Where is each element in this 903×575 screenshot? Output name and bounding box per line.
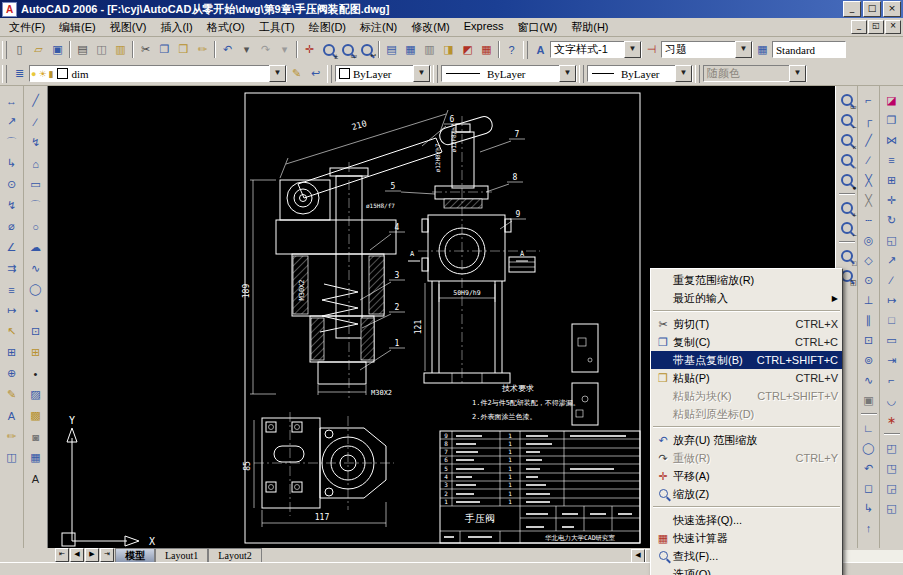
minimize-icon[interactable]: _: [843, 1, 861, 17]
table-icon[interactable]: ▦: [26, 447, 46, 468]
tab-last-button[interactable]: ⇥: [100, 548, 114, 562]
scale-icon[interactable]: ◱: [882, 230, 902, 250]
copy-object-icon[interactable]: ❐: [882, 110, 902, 130]
copy-icon[interactable]: ❐: [155, 40, 174, 59]
ucs-previous-icon[interactable]: ↶: [859, 458, 879, 478]
quickcalc-icon[interactable]: ▦: [477, 40, 496, 59]
menu-view[interactable]: 视图(V): [103, 18, 154, 37]
color-combo[interactable]: ByLayer ▼: [335, 65, 431, 82]
text-style-combo[interactable]: 文字样式-1 ▼: [550, 41, 642, 58]
zoom-out-icon[interactable]: −: [837, 218, 857, 238]
snap-tangent-icon[interactable]: ⊙: [859, 270, 879, 290]
quick-dimension-icon[interactable]: ⇉: [2, 258, 22, 279]
extend-icon[interactable]: ↦: [882, 290, 902, 310]
make-object-layer-current-icon[interactable]: ✎: [287, 64, 306, 83]
temporary-track-point-icon[interactable]: ⌐: [859, 90, 879, 110]
layer-combo[interactable]: ● ☀ ▮ dim ▼: [29, 65, 287, 82]
ucs-face-icon[interactable]: ◻: [859, 478, 879, 498]
redo-icon[interactable]: ↷: [256, 40, 275, 59]
context-menu-item-copy[interactable]: ❐ 复制(C)CTRL+C: [651, 333, 842, 351]
chevron-down-icon[interactable]: ▼: [269, 65, 286, 82]
quick-leader-icon[interactable]: ↖: [2, 321, 22, 342]
snap-apparent-intersection-icon[interactable]: ╳: [859, 190, 879, 210]
snap-insert-icon[interactable]: ⊡: [859, 330, 879, 350]
context-menu-item-quickcalc[interactable]: ▦ 快速计算器: [651, 529, 842, 547]
join-icon[interactable]: ⇥: [882, 350, 902, 370]
menu-draw[interactable]: 绘图(D): [302, 18, 353, 37]
polygon-icon[interactable]: ⌂: [26, 153, 46, 174]
tolerance-icon[interactable]: ⊞: [2, 342, 22, 363]
line-icon[interactable]: ╱: [26, 90, 46, 111]
plot-icon[interactable]: ▤: [73, 40, 92, 59]
ucs-world-icon[interactable]: ◯: [859, 438, 879, 458]
zoom-in-icon[interactable]: +: [837, 198, 857, 218]
menu-dimension[interactable]: 标注(N): [353, 18, 404, 37]
context-menu-item-copy-with-base-point[interactable]: 带基点复制(B)CTRL+SHIFT+C: [651, 351, 842, 369]
dimension-update-icon[interactable]: ✏: [2, 426, 22, 447]
dimension-edit-icon[interactable]: ✎: [2, 384, 22, 405]
chevron-down-icon[interactable]: ▼: [413, 65, 430, 82]
snap-endpoint-icon[interactable]: ╱: [859, 130, 879, 150]
zoom-previous-icon[interactable]: ↩: [357, 40, 376, 59]
menu-tools[interactable]: 工具(T): [252, 18, 302, 37]
context-menu-item-undo-zoom-extents[interactable]: ↶ 放弃(U) 范围缩放: [651, 431, 842, 449]
layer-color-swatch[interactable]: [57, 68, 68, 79]
toolbar-grip[interactable]: [2, 41, 7, 59]
close-icon[interactable]: ×: [883, 1, 901, 17]
doc-close-icon[interactable]: ×: [885, 20, 901, 34]
zoom-all-icon[interactable]: □: [837, 246, 857, 266]
menu-modify[interactable]: 修改(M): [404, 18, 457, 37]
construction-line-icon[interactable]: ∕: [26, 111, 46, 132]
toolbar-grip[interactable]: [523, 41, 528, 59]
sheet-set-manager-icon[interactable]: ◨: [439, 40, 458, 59]
chevron-down-icon[interactable]: ▼: [559, 65, 576, 82]
center-mark-icon[interactable]: ⊕: [2, 363, 22, 384]
snap-intersection-icon[interactable]: ╳: [859, 170, 879, 190]
chevron-down-icon[interactable]: ▼: [675, 65, 692, 82]
circle-icon[interactable]: ○: [26, 216, 46, 237]
context-menu-item-quick-select[interactable]: 快速选择(Q)...: [651, 511, 842, 529]
trim-icon[interactable]: ∕: [882, 270, 902, 290]
toolbar-grip[interactable]: [2, 65, 7, 83]
menu-express[interactable]: Express: [457, 18, 511, 37]
new-icon[interactable]: ▯: [10, 40, 29, 59]
layer-previous-icon[interactable]: ↩: [306, 64, 325, 83]
array-icon[interactable]: ⊞: [882, 170, 902, 190]
table-style-combo[interactable]: Standard: [772, 41, 846, 58]
draworder-back-icon[interactable]: ◳: [882, 458, 902, 478]
redo-dropdown-icon[interactable]: ▾: [275, 40, 294, 59]
plot-preview-icon[interactable]: ◫: [92, 40, 111, 59]
doc-restore-icon[interactable]: ◱: [868, 20, 884, 34]
context-menu-item-find[interactable]: 查找(F)...: [651, 547, 842, 565]
save-icon[interactable]: ▣: [48, 40, 67, 59]
explode-icon[interactable]: ∗: [882, 410, 902, 430]
layer-properties-manager-icon[interactable]: ≣: [10, 64, 29, 83]
fillet-icon[interactable]: ◡: [882, 390, 902, 410]
break-at-point-icon[interactable]: □: [882, 310, 902, 330]
zoom-window-icon[interactable]: ▭: [837, 90, 857, 110]
arc-length-dimension-icon[interactable]: ⌒: [2, 132, 22, 153]
tab-next-button[interactable]: ▶: [85, 548, 99, 562]
aligned-dimension-icon[interactable]: ↗: [2, 111, 22, 132]
dim-style-icon[interactable]: ⊣: [642, 40, 661, 59]
table-style-icon[interactable]: ▦: [753, 40, 772, 59]
osnap-settings-icon[interactable]: ▣: [859, 390, 879, 410]
context-menu-item-paste[interactable]: ❒ 粘贴(P)CTRL+V: [651, 369, 842, 387]
snap-center-icon[interactable]: ◎: [859, 230, 879, 250]
designcenter-icon[interactable]: ▦: [401, 40, 420, 59]
ordinate-dimension-icon[interactable]: ↳: [2, 153, 22, 174]
properties-palette-icon[interactable]: ▤: [382, 40, 401, 59]
zoom-object-icon[interactable]: ●: [837, 170, 857, 190]
arc-icon[interactable]: ⌒: [26, 195, 46, 216]
jogged-dimension-icon[interactable]: ↯: [2, 195, 22, 216]
snap-perpendicular-icon[interactable]: ⊥: [859, 290, 879, 310]
dim-style-combo[interactable]: 习题 ▼: [661, 41, 753, 58]
layer-on-bulb-icon[interactable]: ●: [31, 69, 36, 79]
publish-icon[interactable]: ▥: [111, 40, 130, 59]
continue-dimension-icon[interactable]: ↦: [2, 300, 22, 321]
snap-midpoint-icon[interactable]: ∕: [859, 150, 879, 170]
help-icon[interactable]: ?: [502, 40, 521, 59]
linetype-combo[interactable]: ByLayer ▼: [441, 65, 577, 82]
context-menu-item-recent-input[interactable]: 最近的输入 ▶: [651, 289, 842, 307]
linear-dimension-icon[interactable]: ↔: [2, 90, 22, 111]
